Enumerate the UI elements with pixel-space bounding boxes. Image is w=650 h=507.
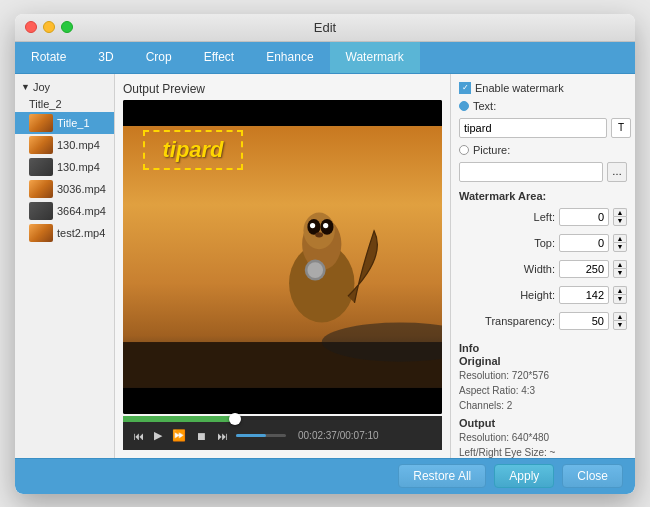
width-step-down[interactable]: ▼ [613,268,627,278]
list-item[interactable]: Title_1 [15,112,114,134]
list-item[interactable]: 130.mp4 [15,134,114,156]
list-item[interactable]: test2.mp4 [15,222,114,244]
right-panel: ✓ Enable watermark Text: T 🎨 Picture: [450,74,635,458]
file-name: 130.mp4 [57,161,100,173]
file-name: 130.mp4 [57,139,100,151]
output-preview-label: Output Preview [123,82,442,96]
original-resolution: Resolution: 720*576 [459,368,627,383]
file-name: test2.mp4 [57,227,105,239]
main-video-area: Output Preview [115,74,450,458]
file-thumbnail [29,114,53,132]
stop-button[interactable]: ⏹ [194,428,209,444]
file-thumbnail [29,136,53,154]
play-button[interactable]: ▶ [152,427,164,444]
traffic-lights [25,21,73,33]
top-label: Top: [534,237,555,249]
toolbar-watermark[interactable]: Watermark [330,42,420,73]
enable-watermark-row: ✓ Enable watermark [459,82,627,94]
list-item[interactable]: 3036.mp4 [15,178,114,200]
width-input[interactable] [559,260,609,278]
fast-forward-button[interactable]: ⏩ [170,427,188,444]
transparency-step-up[interactable]: ▲ [613,312,627,321]
controls-bar: ⏮ ▶ ⏩ ⏹ ⏭ 00:02:37/00:07:10 [123,422,442,450]
svg-point-10 [310,222,315,227]
output-eye-size: Left/Right Eye Size: ~ [459,445,627,458]
window-title: Edit [314,20,336,35]
title-bar: Edit [15,14,635,42]
time-total: 00:07:10 [340,430,379,441]
width-field-row: Width: ▲ ▼ [459,260,627,278]
toolbar-rotate[interactable]: Rotate [15,42,82,73]
text-label-row: Text: [459,100,627,112]
text-radio[interactable] [459,101,469,111]
skip-back-button[interactable]: ⏮ [131,428,146,444]
width-stepper: ▲ ▼ [613,260,627,278]
close-traffic-light[interactable] [25,21,37,33]
enable-watermark-checkbox[interactable]: ✓ [459,82,471,94]
progress-knob[interactable] [229,413,241,425]
toolbar: Rotate 3D Crop Effect Enhance Watermark [15,42,635,74]
picture-radio[interactable] [459,145,469,155]
left-step-down[interactable]: ▼ [613,216,627,226]
progress-bar-container[interactable] [123,416,442,422]
top-input[interactable] [559,234,609,252]
original-aspect: Aspect Ratio: 4:3 [459,383,627,398]
picture-label: Picture: [473,144,510,156]
height-label: Height: [520,289,555,301]
text-format-button[interactable]: T [611,118,631,138]
svg-point-11 [323,222,328,227]
toolbar-crop[interactable]: Crop [130,42,188,73]
time-current: 00:02:37 [298,430,337,441]
skip-forward-button[interactable]: ⏭ [215,428,230,444]
file-thumbnail [29,202,53,220]
watermark-text-input[interactable] [459,118,607,138]
file-thumbnail [29,158,53,176]
svg-rect-1 [123,387,442,413]
list-item[interactable]: Title_2 [15,96,114,112]
top-step-up[interactable]: ▲ [613,234,627,243]
text-label: Text: [473,100,496,112]
list-item[interactable]: 3664.mp4 [15,200,114,222]
check-icon: ✓ [462,84,469,92]
height-step-down[interactable]: ▼ [613,294,627,304]
height-step-up[interactable]: ▲ [613,286,627,295]
volume-slider[interactable] [236,434,286,437]
toolbar-enhance[interactable]: Enhance [250,42,329,73]
close-button[interactable]: Close [562,464,623,488]
transparency-stepper: ▲ ▼ [613,312,627,330]
maximize-traffic-light[interactable] [61,21,73,33]
restore-all-button[interactable]: Restore All [398,464,486,488]
height-stepper: ▲ ▼ [613,286,627,304]
transparency-label: Transparency: [485,315,555,327]
apply-button[interactable]: Apply [494,464,554,488]
minimize-traffic-light[interactable] [43,21,55,33]
file-group-joy[interactable]: ▼ Joy [15,78,114,96]
file-name: Title_2 [29,98,62,110]
picture-path-input[interactable] [459,162,603,182]
left-input[interactable] [559,208,609,226]
picture-label-row: Picture: [459,144,627,156]
picture-browse-button[interactable]: … [607,162,627,182]
progress-bar-fill [123,416,235,422]
output-title: Output [459,417,627,429]
info-title: Info [459,342,627,354]
width-step-up[interactable]: ▲ [613,260,627,269]
transparency-input[interactable] [559,312,609,330]
svg-rect-0 [123,100,442,126]
picture-input-row: … [459,162,627,182]
watermark-box[interactable]: tipard [143,130,243,170]
watermark-area-section-title: Watermark Area: [459,190,627,202]
height-input[interactable] [559,286,609,304]
transparency-step-down[interactable]: ▼ [613,320,627,330]
file-thumbnail [29,180,53,198]
left-label: Left: [534,211,555,223]
list-item[interactable]: 130.mp4 [15,156,114,178]
info-section: Info Original Resolution: 720*576 Aspect… [459,342,627,458]
group-arrow-icon: ▼ [21,82,30,92]
file-name: Title_1 [57,117,90,129]
top-step-down[interactable]: ▼ [613,242,627,252]
left-step-up[interactable]: ▲ [613,208,627,217]
toolbar-3d[interactable]: 3D [82,42,129,73]
time-display: 00:02:37/00:07:10 [298,430,379,441]
toolbar-effect[interactable]: Effect [188,42,250,73]
